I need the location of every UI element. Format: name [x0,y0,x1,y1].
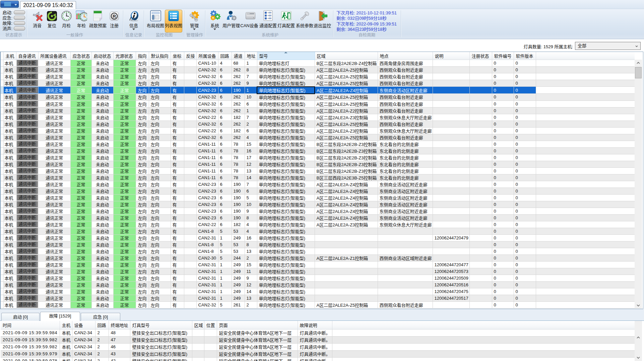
svg-text:R: R [113,14,116,19]
